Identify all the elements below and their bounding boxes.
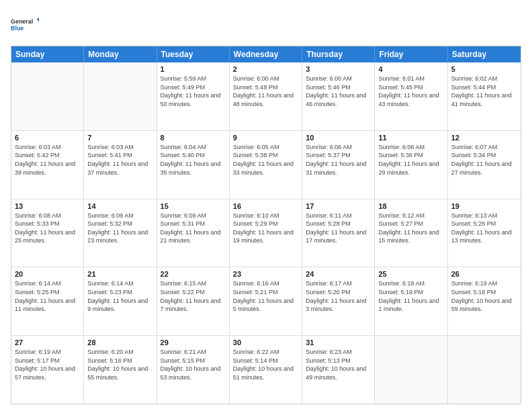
calendar-row: 20 Sunrise: 6:14 AMSunset: 5:25 PMDaylig… bbox=[11, 267, 521, 335]
calendar-row: 1 Sunrise: 5:59 AMSunset: 5:49 PMDayligh… bbox=[11, 62, 521, 130]
day-number: 15 bbox=[161, 202, 226, 210]
calendar-cell: 20 Sunrise: 6:14 AMSunset: 5:25 PMDaylig… bbox=[11, 267, 84, 335]
calendar-body: 1 Sunrise: 5:59 AMSunset: 5:49 PMDayligh… bbox=[11, 62, 521, 404]
calendar-cell: 28 Sunrise: 6:20 AMSunset: 5:16 PMDaylig… bbox=[84, 336, 157, 404]
day-info: Sunrise: 6:13 AMSunset: 5:26 PMDaylight:… bbox=[451, 212, 517, 245]
day-number: 12 bbox=[451, 134, 517, 142]
day-number: 18 bbox=[378, 202, 443, 210]
svg-text:General: General bbox=[11, 18, 33, 25]
day-info: Sunrise: 6:14 AMSunset: 5:23 PMDaylight:… bbox=[87, 279, 152, 313]
day-info: Sunrise: 6:12 AMSunset: 5:27 PMDaylight:… bbox=[378, 212, 443, 245]
calendar-cell: 9 Sunrise: 6:05 AMSunset: 5:38 PMDayligh… bbox=[230, 131, 302, 199]
day-number: 16 bbox=[233, 202, 298, 210]
day-info: Sunrise: 6:08 AMSunset: 5:33 PMDaylight:… bbox=[15, 212, 80, 245]
day-info: Sunrise: 6:11 AMSunset: 5:28 PMDaylight:… bbox=[306, 212, 371, 245]
day-info: Sunrise: 6:19 AMSunset: 5:17 PMDaylight:… bbox=[15, 348, 80, 381]
calendar-row: 13 Sunrise: 6:08 AMSunset: 5:33 PMDaylig… bbox=[11, 199, 521, 267]
day-info: Sunrise: 6:05 AMSunset: 5:38 PMDaylight:… bbox=[233, 143, 298, 177]
day-info: Sunrise: 6:03 AMSunset: 5:42 PMDaylight:… bbox=[15, 143, 80, 177]
calendar-cell bbox=[448, 336, 521, 404]
logo-svg: General Blue bbox=[11, 11, 39, 39]
day-number: 20 bbox=[15, 270, 80, 278]
day-number: 28 bbox=[87, 338, 152, 347]
day-number: 8 bbox=[161, 134, 226, 142]
weekday-header: Monday bbox=[84, 46, 157, 62]
calendar-cell: 17 Sunrise: 6:11 AMSunset: 5:28 PMDaylig… bbox=[302, 199, 375, 267]
day-number: 22 bbox=[161, 270, 226, 278]
calendar-cell: 3 Sunrise: 6:00 AMSunset: 5:46 PMDayligh… bbox=[302, 62, 375, 130]
day-number: 13 bbox=[15, 202, 80, 210]
day-number: 29 bbox=[161, 338, 226, 347]
day-info: Sunrise: 6:22 AMSunset: 5:14 PMDaylight:… bbox=[233, 348, 298, 381]
calendar-cell: 27 Sunrise: 6:19 AMSunset: 5:17 PMDaylig… bbox=[11, 336, 84, 404]
weekday-header: Wednesday bbox=[230, 46, 302, 62]
day-info: Sunrise: 6:21 AMSunset: 5:15 PMDaylight:… bbox=[161, 348, 226, 381]
day-number: 31 bbox=[306, 338, 371, 347]
day-info: Sunrise: 6:17 AMSunset: 5:20 PMDaylight:… bbox=[306, 279, 371, 313]
day-number: 24 bbox=[306, 270, 371, 278]
day-number: 11 bbox=[378, 134, 443, 142]
day-number: 4 bbox=[378, 65, 443, 73]
day-info: Sunrise: 6:23 AMSunset: 5:13 PMDaylight:… bbox=[306, 348, 371, 381]
calendar-cell bbox=[11, 62, 84, 130]
day-info: Sunrise: 6:04 AMSunset: 5:40 PMDaylight:… bbox=[161, 143, 226, 177]
day-info: Sunrise: 6:00 AMSunset: 5:46 PMDaylight:… bbox=[306, 75, 371, 108]
day-info: Sunrise: 6:09 AMSunset: 5:31 PMDaylight:… bbox=[161, 212, 226, 245]
calendar-cell: 15 Sunrise: 6:09 AMSunset: 5:31 PMDaylig… bbox=[157, 199, 230, 267]
logo: General Blue bbox=[11, 11, 39, 39]
svg-text:Blue: Blue bbox=[11, 25, 24, 32]
calendar-cell: 21 Sunrise: 6:14 AMSunset: 5:23 PMDaylig… bbox=[84, 267, 157, 335]
calendar-row: 6 Sunrise: 6:03 AMSunset: 5:42 PMDayligh… bbox=[11, 130, 521, 199]
day-number: 27 bbox=[15, 338, 80, 347]
day-number: 21 bbox=[87, 270, 152, 278]
calendar-row: 27 Sunrise: 6:19 AMSunset: 5:17 PMDaylig… bbox=[11, 335, 521, 404]
day-number: 6 bbox=[15, 134, 80, 142]
calendar-cell: 4 Sunrise: 6:01 AMSunset: 5:45 PMDayligh… bbox=[375, 62, 447, 130]
day-info: Sunrise: 6:14 AMSunset: 5:25 PMDaylight:… bbox=[15, 279, 80, 313]
calendar-cell: 29 Sunrise: 6:21 AMSunset: 5:15 PMDaylig… bbox=[157, 336, 230, 404]
calendar-cell: 25 Sunrise: 6:18 AMSunset: 5:19 PMDaylig… bbox=[375, 267, 447, 335]
calendar-cell: 22 Sunrise: 6:15 AMSunset: 5:22 PMDaylig… bbox=[157, 267, 230, 335]
calendar-cell: 18 Sunrise: 6:12 AMSunset: 5:27 PMDaylig… bbox=[375, 199, 447, 267]
day-number: 9 bbox=[233, 134, 298, 142]
day-number: 17 bbox=[306, 202, 371, 210]
day-number: 2 bbox=[233, 65, 298, 73]
day-number: 1 bbox=[161, 65, 226, 73]
weekday-header: Friday bbox=[375, 46, 447, 62]
calendar-cell bbox=[375, 336, 447, 404]
calendar-cell: 5 Sunrise: 6:02 AMSunset: 5:44 PMDayligh… bbox=[448, 62, 521, 130]
calendar-cell: 2 Sunrise: 6:00 AMSunset: 5:48 PMDayligh… bbox=[230, 62, 302, 130]
calendar-cell: 11 Sunrise: 6:06 AMSunset: 5:36 PMDaylig… bbox=[375, 131, 447, 199]
day-number: 5 bbox=[451, 65, 517, 73]
calendar-cell: 16 Sunrise: 6:10 AMSunset: 5:29 PMDaylig… bbox=[230, 199, 302, 267]
calendar-header: SundayMondayTuesdayWednesdayThursdayFrid… bbox=[11, 46, 521, 62]
day-info: Sunrise: 6:09 AMSunset: 5:32 PMDaylight:… bbox=[87, 212, 152, 245]
weekday-header: Tuesday bbox=[157, 46, 230, 62]
calendar-cell: 10 Sunrise: 6:06 AMSunset: 5:37 PMDaylig… bbox=[302, 131, 375, 199]
weekday-header: Thursday bbox=[302, 46, 375, 62]
day-number: 30 bbox=[233, 338, 298, 347]
calendar-cell: 23 Sunrise: 6:16 AMSunset: 5:21 PMDaylig… bbox=[230, 267, 302, 335]
page-header: General Blue bbox=[11, 11, 521, 39]
day-number: 14 bbox=[87, 202, 152, 210]
calendar-cell: 8 Sunrise: 6:04 AMSunset: 5:40 PMDayligh… bbox=[157, 131, 230, 199]
calendar-cell: 13 Sunrise: 6:08 AMSunset: 5:33 PMDaylig… bbox=[11, 199, 84, 267]
calendar-cell: 31 Sunrise: 6:23 AMSunset: 5:13 PMDaylig… bbox=[302, 336, 375, 404]
day-number: 10 bbox=[306, 134, 371, 142]
day-info: Sunrise: 6:06 AMSunset: 5:36 PMDaylight:… bbox=[378, 143, 443, 177]
day-info: Sunrise: 6:15 AMSunset: 5:22 PMDaylight:… bbox=[161, 279, 226, 313]
weekday-header: Saturday bbox=[448, 46, 521, 62]
day-info: Sunrise: 6:19 AMSunset: 5:18 PMDaylight:… bbox=[451, 279, 517, 313]
day-number: 3 bbox=[306, 65, 371, 73]
day-info: Sunrise: 5:59 AMSunset: 5:49 PMDaylight:… bbox=[161, 75, 226, 108]
calendar-cell: 24 Sunrise: 6:17 AMSunset: 5:20 PMDaylig… bbox=[302, 267, 375, 335]
day-number: 25 bbox=[378, 270, 443, 278]
day-info: Sunrise: 6:10 AMSunset: 5:29 PMDaylight:… bbox=[233, 212, 298, 245]
calendar-cell: 26 Sunrise: 6:19 AMSunset: 5:18 PMDaylig… bbox=[448, 267, 521, 335]
calendar-cell: 30 Sunrise: 6:22 AMSunset: 5:14 PMDaylig… bbox=[230, 336, 302, 404]
day-number: 7 bbox=[87, 134, 152, 142]
calendar-cell: 7 Sunrise: 6:03 AMSunset: 5:41 PMDayligh… bbox=[84, 131, 157, 199]
weekday-header: Sunday bbox=[11, 46, 84, 62]
svg-marker-2 bbox=[37, 17, 39, 23]
day-info: Sunrise: 6:07 AMSunset: 5:34 PMDaylight:… bbox=[451, 143, 517, 177]
